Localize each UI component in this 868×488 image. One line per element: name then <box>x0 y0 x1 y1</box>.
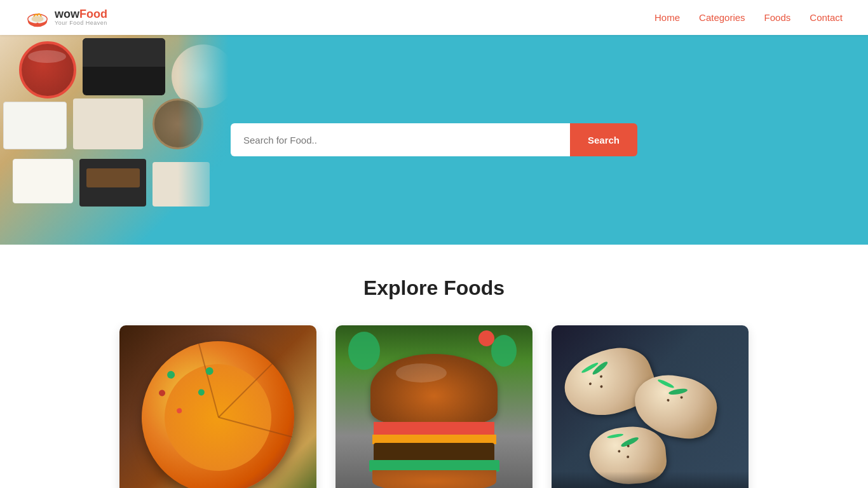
pizza-line-1 <box>198 344 219 417</box>
burger-tomato-slice <box>374 422 494 436</box>
dumpling-leaf <box>607 433 623 438</box>
sesame <box>627 445 630 447</box>
pizza-base <box>125 325 311 488</box>
burger-bun-bottom <box>372 470 496 488</box>
logo: wowFood Your Food Heaven <box>25 6 107 30</box>
nav-link-foods[interactable]: Foods <box>764 12 791 23</box>
pizza-line-3 <box>219 417 292 438</box>
burger-veggie-right <box>491 335 517 367</box>
burger-patty <box>374 443 494 462</box>
sesame <box>627 456 629 458</box>
search-button[interactable]: Search <box>570 123 637 156</box>
navbar: wowFood Your Food Heaven Home Categories… <box>0 0 868 35</box>
svg-rect-3 <box>36 22 39 26</box>
explore-section: Explore Foods <box>0 245 868 488</box>
food-cards-grid <box>25 325 843 488</box>
pizza-topping <box>166 370 176 379</box>
food-bowl <box>19 41 76 98</box>
hero-food-collage <box>0 35 229 245</box>
food-card-burger[interactable] <box>336 325 532 488</box>
food-box-dark <box>83 38 165 95</box>
logo-title: wowFood <box>55 8 107 21</box>
burger-tomato-bg <box>478 330 494 346</box>
search-wrapper: Search <box>231 123 637 156</box>
pizza-topping <box>158 389 166 396</box>
logo-subtitle: Your Food Heaven <box>55 20 107 27</box>
sesame <box>588 382 592 385</box>
search-input[interactable] <box>231 123 570 156</box>
sesame <box>600 385 603 388</box>
sesame <box>618 450 620 452</box>
food-box-dark-2 <box>79 159 146 207</box>
food-box-light-2 <box>73 98 143 149</box>
nav-item-categories[interactable]: Categories <box>699 12 745 24</box>
nav-item-contact[interactable]: Contact <box>810 12 843 24</box>
food-box-light-3 <box>13 159 73 203</box>
pizza-topping <box>198 388 205 396</box>
sesame <box>680 396 683 399</box>
food-card-pizza[interactable] <box>119 325 316 488</box>
food-box-light-4 <box>153 162 210 207</box>
sesame <box>667 399 670 402</box>
dumpling-leaf <box>657 378 675 389</box>
pizza-line-2 <box>218 363 273 417</box>
nav-item-home[interactable]: Home <box>654 12 680 24</box>
food-card-dumpling[interactable] <box>552 325 749 488</box>
logo-text: wowFood Your Food Heaven <box>55 8 107 27</box>
nav-item-foods[interactable]: Foods <box>764 12 791 24</box>
nav-link-home[interactable]: Home <box>654 12 680 23</box>
nav-links: Home Categories Foods Contact <box>654 12 843 24</box>
svg-point-2 <box>32 16 44 22</box>
pizza-visual <box>119 325 316 488</box>
logo-icon <box>25 6 50 30</box>
hero-section: Search <box>0 35 868 245</box>
nav-link-categories[interactable]: Categories <box>699 12 745 23</box>
dumpling-visual <box>552 325 749 488</box>
dumpling-leaf <box>581 362 599 374</box>
explore-title: Explore Foods <box>25 276 843 300</box>
burger-visual <box>336 325 532 488</box>
pizza-topping <box>176 407 182 414</box>
sesame <box>599 375 602 378</box>
burger-veggie-left <box>348 332 380 370</box>
food-box-light-1 <box>3 102 67 149</box>
dumpling-3 <box>587 424 668 487</box>
burger-bun-top <box>370 354 498 424</box>
nav-link-contact[interactable]: Contact <box>810 12 843 23</box>
food-donut <box>153 98 203 149</box>
food-plate <box>172 44 229 108</box>
